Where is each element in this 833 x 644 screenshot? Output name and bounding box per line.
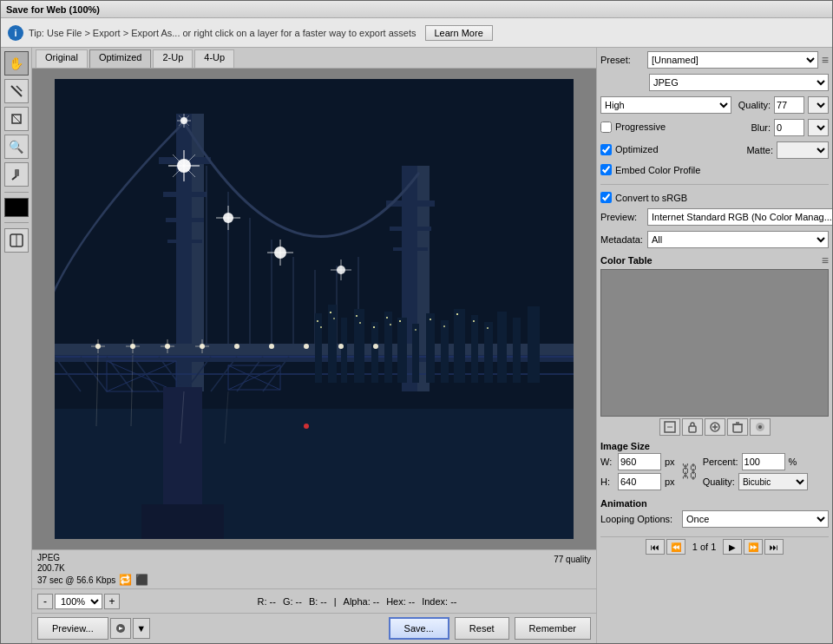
right-panel: Preset: [Unnamed] ≡ JPEG High Low Medium… (596, 48, 832, 643)
percent-input[interactable] (742, 453, 785, 470)
svg-rect-14 (166, 218, 204, 222)
nav-prev-button[interactable]: ⏪ (666, 539, 685, 555)
color-swatch[interactable] (4, 198, 29, 217)
quality-arrow-select[interactable]: ▼ (808, 96, 829, 114)
image-meta: JPEG 200.7K 37 sec @ 56.6 Kbps 🔁 ⬛ (37, 553, 148, 586)
convert-srgb-checkbox[interactable] (600, 192, 612, 203)
animation-label: Animation (600, 498, 647, 509)
ct-snap-button[interactable] (750, 418, 771, 436)
preset-select[interactable]: [Unnamed] (647, 51, 818, 69)
svg-rect-125 (689, 426, 696, 432)
svg-rect-58 (454, 309, 465, 383)
ct-add-button[interactable] (705, 418, 725, 436)
blur-input[interactable] (774, 119, 804, 136)
tab-4up[interactable]: 4-Up (194, 49, 234, 68)
zoom-tool-button[interactable]: 🔍 (4, 135, 29, 159)
h-row: H: px (600, 473, 675, 490)
remember-button[interactable]: Remember (515, 617, 591, 640)
tip-text: Tip: Use File > Export > Export As... or… (29, 28, 416, 38)
w-px-label: px (665, 457, 675, 467)
matte-select[interactable] (777, 141, 829, 159)
metadata-select[interactable]: All None Copyright (647, 231, 829, 248)
learn-more-button[interactable]: Learn More (425, 25, 493, 41)
title-bar: Save for Web (100%) (1, 1, 832, 18)
svg-rect-78 (473, 320, 475, 322)
zoom-plus-button[interactable]: + (104, 594, 120, 609)
color-table-label: Color Table (600, 255, 653, 266)
eyedropper-button[interactable] (4, 162, 29, 187)
svg-rect-15 (167, 240, 202, 243)
color-table-options-icon[interactable]: ≡ (822, 253, 829, 267)
quality-dropdown[interactable]: High Low Medium Very High Maximum (600, 96, 731, 114)
format-select[interactable]: JPEG (649, 74, 829, 91)
bridge-image (55, 79, 574, 539)
svg-point-116 (304, 424, 309, 429)
embed-color-checkbox[interactable] (600, 164, 612, 175)
blur-arrow[interactable]: ▼ (808, 119, 829, 136)
zoom-minus-button[interactable]: - (37, 594, 53, 609)
svg-point-99 (304, 344, 309, 349)
toggle-view-button[interactable] (4, 228, 29, 253)
nav-play-button[interactable]: ▶ (723, 539, 742, 555)
quality-dropdown-row: High Low Medium Very High Maximum Qualit… (600, 96, 829, 114)
tab-optimized[interactable]: Optimized (89, 49, 152, 68)
percent-row: Percent: % (703, 453, 808, 470)
progressive-label: Progressive (615, 122, 666, 132)
h-label: H: (600, 476, 614, 487)
preset-options-icon[interactable]: ≡ (822, 53, 829, 67)
animation-header: Animation (600, 498, 829, 509)
info-icon: i (8, 25, 23, 41)
left-toolbar: ✋ 🔍 (1, 48, 32, 643)
zoom-controls: - 100% 50% 200% + (37, 594, 120, 609)
nav-first-button[interactable]: ⏮ (646, 539, 665, 555)
svg-rect-72 (390, 324, 391, 325)
hand-tool-button[interactable]: ✋ (4, 51, 29, 76)
h-input[interactable] (618, 473, 661, 490)
image-info-bar: JPEG 200.7K 37 sec @ 56.6 Kbps 🔁 ⬛ 77 qu… (32, 549, 596, 588)
ct-map-button[interactable] (659, 418, 680, 436)
tab-2up[interactable]: 2-Up (153, 49, 193, 68)
image-format: JPEG (37, 553, 148, 562)
link-proportions-icon[interactable]: ⛓ (680, 462, 698, 482)
nav-last-button[interactable]: ⏭ (764, 539, 784, 555)
svg-line-1 (16, 86, 22, 91)
color-table-area (600, 269, 829, 417)
blur-row: Blur: ▼ (751, 119, 829, 136)
slice-select-button[interactable] (4, 107, 29, 131)
quality-number-label: Quality: (738, 100, 771, 110)
color-table-header: Color Table ≡ (600, 253, 829, 267)
r-value: R: -- (258, 596, 276, 607)
quality-value-input[interactable] (774, 96, 804, 114)
svg-rect-129 (733, 424, 742, 432)
slice-tool-button[interactable] (4, 79, 29, 103)
zoom-select[interactable]: 100% 50% 200% (55, 594, 102, 609)
preview-select[interactable]: Internet Standard RGB (No Color Manag... (647, 208, 832, 226)
save-button[interactable]: Save... (389, 617, 449, 640)
tool-separator-2 (4, 222, 29, 223)
wh-inputs: W: px H: px (600, 453, 675, 490)
quality-size-select[interactable]: Bicubic Nearest Neighbor Bilinear (738, 473, 808, 490)
nav-next-button[interactable]: ⏩ (744, 539, 763, 555)
metadata-label: Metadata: (600, 234, 644, 245)
animation-section: Animation Looping Options: Once Forever … (600, 498, 829, 529)
preset-label: Preset: (600, 55, 644, 65)
percent-quality-inputs: Percent: % Quality: Bicubic Nearest Neig… (703, 453, 808, 490)
looping-select[interactable]: Once Forever Other... (682, 510, 829, 528)
quality-size-row: Quality: Bicubic Nearest Neighbor Biline… (703, 473, 808, 490)
preview-button[interactable]: Preview... (37, 617, 108, 640)
ct-delete-button[interactable] (727, 418, 748, 436)
preview-dropdown-button[interactable]: ▼ (133, 618, 150, 639)
svg-point-98 (269, 344, 274, 349)
preview-options-button[interactable] (110, 618, 131, 639)
svg-line-3 (12, 115, 21, 123)
reset-button[interactable]: Reset (455, 617, 509, 640)
optimized-checkbox[interactable] (600, 144, 612, 155)
svg-rect-54 (397, 318, 407, 383)
optimized-label: Optimized (615, 144, 659, 154)
ct-lock-button[interactable] (682, 418, 703, 436)
svg-rect-50 (341, 318, 347, 383)
svg-rect-13 (163, 192, 207, 197)
w-input[interactable] (618, 453, 661, 470)
progressive-checkbox[interactable] (600, 122, 612, 133)
tab-original[interactable]: Original (36, 49, 88, 68)
